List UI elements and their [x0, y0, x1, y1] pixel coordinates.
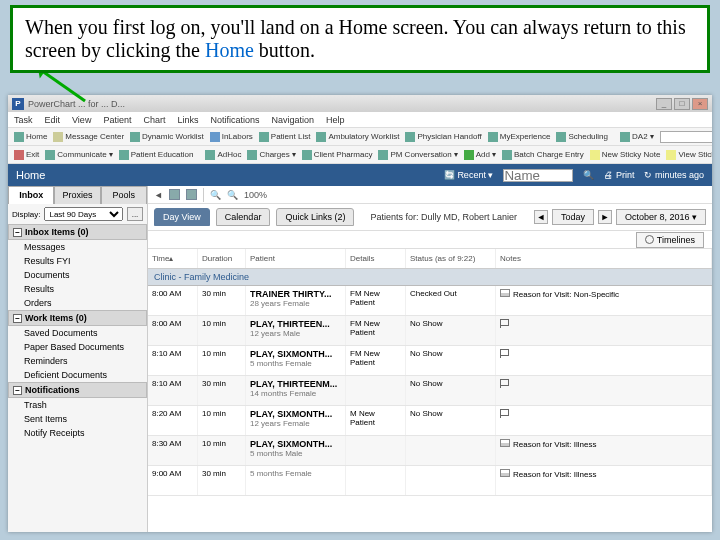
sticky-icon: [590, 150, 600, 160]
adhoc-button[interactable]: AdHoc: [205, 150, 241, 160]
cell-details: [346, 466, 406, 495]
da2-button[interactable]: DA2 ▾: [620, 132, 654, 142]
appointment-row[interactable]: 8:10 AM30 minPLAY, THIRTEENM...14 months…: [148, 376, 712, 406]
app-logo-icon: P: [12, 98, 24, 110]
menu-navigation[interactable]: Navigation: [271, 115, 314, 125]
comm-icon: [45, 150, 55, 160]
display-label: Display:: [12, 210, 40, 219]
menu-chart[interactable]: Chart: [143, 115, 165, 125]
appointment-row[interactable]: 8:00 AM10 minPLAY, THIRTEEN...12 years M…: [148, 316, 712, 346]
tab-proxies[interactable]: Proxies: [54, 186, 100, 204]
cell-time: 8:10 AM: [148, 346, 198, 375]
refresh-time[interactable]: ↻ minutes ago: [644, 170, 704, 180]
col-duration[interactable]: Duration: [198, 249, 246, 268]
appointment-row[interactable]: 8:30 AM10 minPLAY, SIXMONTH...5 months M…: [148, 436, 712, 466]
menu-task[interactable]: Task: [14, 115, 33, 125]
pm-conversation-button[interactable]: PM Conversation ▾: [378, 150, 457, 160]
print-icon[interactable]: [186, 189, 197, 200]
cell-notes: [496, 346, 712, 375]
tree-item[interactable]: Orders: [8, 296, 147, 310]
next-day-button[interactable]: ►: [598, 210, 612, 224]
add-button[interactable]: Add ▾: [464, 150, 496, 160]
zoom-out-icon[interactable]: 🔍: [210, 190, 221, 200]
tree-section-header[interactable]: −Notifications: [8, 382, 147, 398]
quick-search-input[interactable]: [660, 131, 712, 143]
today-button[interactable]: Today: [552, 209, 594, 225]
tree-item[interactable]: Documents: [8, 268, 147, 282]
col-status[interactable]: Status (as of 9:22): [406, 249, 496, 268]
collapse-icon[interactable]: ◄: [154, 190, 163, 200]
menu-view[interactable]: View: [72, 115, 91, 125]
cell-duration: 30 min: [198, 286, 246, 315]
view-sticky-button[interactable]: View Sticky Notes: [666, 150, 712, 160]
print-button[interactable]: 🖨 Print: [604, 170, 634, 180]
tab-calendar[interactable]: Calendar: [216, 208, 271, 226]
tree-item[interactable]: Deficient Documents: [8, 368, 147, 382]
tree-item[interactable]: Notify Receipts: [8, 426, 147, 440]
display-range-select[interactable]: Last 90 Days: [44, 207, 123, 221]
appointment-row[interactable]: 9:00 AM30 min5 months FemaleReason for V…: [148, 466, 712, 496]
physician-handoff-button[interactable]: Physician Handoff: [405, 132, 481, 142]
col-patient[interactable]: Patient: [246, 249, 346, 268]
home-button[interactable]: Home: [14, 132, 47, 142]
tree-item[interactable]: Reminders: [8, 354, 147, 368]
tab-quick-links[interactable]: Quick Links (2): [276, 208, 354, 226]
timelines-button[interactable]: Timelines: [636, 232, 704, 248]
tree-item[interactable]: Sent Items: [8, 412, 147, 426]
pharmacy-button[interactable]: Client Pharmacy: [302, 150, 373, 160]
ambulatory-worklist-button[interactable]: Ambulatory Worklist: [316, 132, 399, 142]
myexperience-button[interactable]: MyExperience: [488, 132, 551, 142]
batch-charge-button[interactable]: Batch Charge Entry: [502, 150, 584, 160]
search-icon[interactable]: 🔍: [583, 170, 594, 180]
collapse-icon[interactable]: −: [13, 228, 22, 237]
tab-inbox[interactable]: Inbox: [8, 186, 54, 204]
col-details[interactable]: Details: [346, 249, 406, 268]
clinic-group-header[interactable]: Clinic - Family Medicine: [148, 269, 712, 286]
recent-dropdown[interactable]: 🔄 Recent ▾: [444, 170, 494, 180]
appointment-row[interactable]: 8:00 AM30 minTRAINER THIRTY...28 years F…: [148, 286, 712, 316]
tree-item[interactable]: Messages: [8, 240, 147, 254]
tree-item[interactable]: Results FYI: [8, 254, 147, 268]
tab-pools[interactable]: Pools: [101, 186, 147, 204]
collapse-icon[interactable]: −: [13, 386, 22, 395]
maximize-button[interactable]: □: [674, 98, 690, 110]
tree-item[interactable]: Saved Documents: [8, 326, 147, 340]
inlabors-button[interactable]: InLabors: [210, 132, 253, 142]
tree-item[interactable]: Results: [8, 282, 147, 296]
close-button[interactable]: ×: [692, 98, 708, 110]
communicate-button[interactable]: Communicate ▾: [45, 150, 112, 160]
collapse-icon[interactable]: −: [13, 314, 22, 323]
date-picker-button[interactable]: October 8, 2016 ▾: [616, 209, 706, 225]
tree-item[interactable]: Trash: [8, 398, 147, 412]
menu-patient[interactable]: Patient: [103, 115, 131, 125]
charges-button[interactable]: Charges ▾: [247, 150, 295, 160]
appointment-row[interactable]: 8:10 AM10 minPLAY, SIXMONTH...5 months F…: [148, 346, 712, 376]
minimize-button[interactable]: _: [656, 98, 672, 110]
tree-section-header[interactable]: −Inbox Items (0): [8, 224, 147, 240]
exit-button[interactable]: Exit: [14, 150, 39, 160]
tree-item[interactable]: Paper Based Documents: [8, 340, 147, 354]
name-search-input[interactable]: [503, 169, 573, 182]
tab-day-view[interactable]: Day View: [154, 208, 210, 226]
zoom-in-icon[interactable]: 🔍: [227, 190, 238, 200]
menu-notifications[interactable]: Notifications: [210, 115, 259, 125]
prev-day-button[interactable]: ◄: [534, 210, 548, 224]
patient-education-button[interactable]: Patient Education: [119, 150, 194, 160]
col-time[interactable]: Time ▴: [148, 249, 198, 268]
tree-section-header[interactable]: −Work Items (0): [8, 310, 147, 326]
lab-icon: [210, 132, 220, 142]
display-go-button[interactable]: ...: [127, 207, 143, 221]
dynamic-worklist-button[interactable]: Dynamic Worklist: [130, 132, 204, 142]
menu-help[interactable]: Help: [326, 115, 345, 125]
col-notes[interactable]: Notes: [496, 249, 712, 268]
appointment-row[interactable]: 8:20 AM10 minPLAY, SIXMONTH...12 years F…: [148, 406, 712, 436]
menu-edit[interactable]: Edit: [45, 115, 61, 125]
view-icon[interactable]: [169, 189, 180, 200]
menu-links[interactable]: Links: [177, 115, 198, 125]
scheduling-button[interactable]: Scheduling: [556, 132, 608, 142]
note-icon: [500, 289, 510, 297]
message-center-button[interactable]: Message Center: [53, 132, 124, 142]
cell-duration: 10 min: [198, 406, 246, 435]
patient-list-button[interactable]: Patient List: [259, 132, 311, 142]
new-sticky-button[interactable]: New Sticky Note: [590, 150, 661, 160]
